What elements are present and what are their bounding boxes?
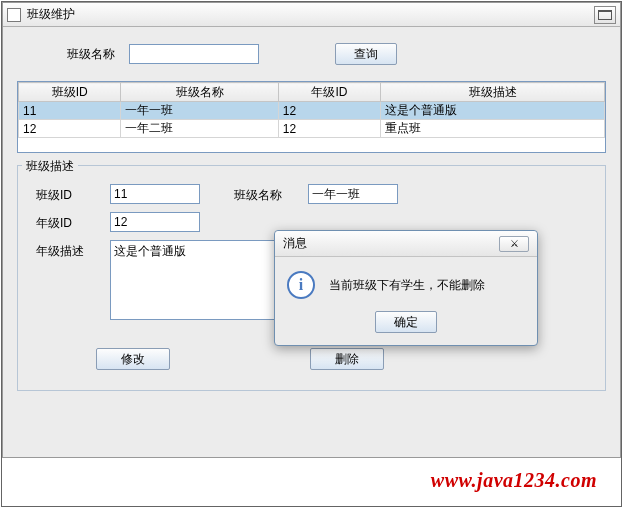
table-row[interactable]: 11一年一班12这是个普通版 — [19, 102, 605, 120]
watermark: www.java1234.com — [431, 469, 597, 492]
titlebar: 班级维护 — [3, 3, 620, 27]
window-title: 班级维护 — [27, 6, 588, 23]
table-cell: 这是个普通版 — [381, 102, 605, 120]
table-cell: 12 — [278, 120, 380, 138]
table-cell: 重点班 — [381, 120, 605, 138]
dialog-close-button[interactable]: ⚔ — [499, 236, 529, 252]
column-header[interactable]: 班级描述 — [381, 83, 605, 102]
info-icon: i — [287, 271, 315, 299]
column-header[interactable]: 年级ID — [278, 83, 380, 102]
grade-id-input[interactable] — [110, 212, 200, 232]
table-cell: 12 — [278, 102, 380, 120]
column-header[interactable]: 班级ID — [19, 83, 121, 102]
dialog-ok-button[interactable]: 确定 — [375, 311, 437, 333]
table-cell: 一年一班 — [121, 102, 279, 120]
table-cell: 一年二班 — [121, 120, 279, 138]
modify-button[interactable]: 修改 — [96, 348, 170, 370]
search-name-label: 班级名称 — [67, 46, 115, 63]
class-name-input[interactable] — [308, 184, 398, 204]
class-name-label: 班级名称 — [234, 184, 294, 204]
table-cell: 12 — [19, 120, 121, 138]
app-icon — [7, 8, 21, 22]
query-button[interactable]: 查询 — [335, 43, 397, 65]
table-cell: 11 — [19, 102, 121, 120]
dialog-message: 当前班级下有学生，不能删除 — [329, 277, 485, 294]
class-id-input[interactable] — [110, 184, 200, 204]
fieldset-legend: 班级描述 — [22, 158, 78, 175]
close-icon: ⚔ — [510, 238, 519, 249]
dialog-title: 消息 — [283, 235, 499, 252]
maximize-button[interactable] — [594, 6, 616, 24]
column-header[interactable]: 班级名称 — [121, 83, 279, 102]
class-table[interactable]: 班级ID班级名称年级ID班级描述 11一年一班12这是个普通版12一年二班12重… — [17, 81, 606, 153]
message-dialog: 消息 ⚔ i 当前班级下有学生，不能删除 确定 — [274, 230, 538, 346]
grade-desc-label: 年级描述 — [36, 240, 96, 260]
grade-id-label: 年级ID — [36, 212, 96, 232]
table-row[interactable]: 12一年二班12重点班 — [19, 120, 605, 138]
class-id-label: 班级ID — [36, 184, 96, 204]
delete-button[interactable]: 删除 — [310, 348, 384, 370]
search-name-input[interactable] — [129, 44, 259, 64]
